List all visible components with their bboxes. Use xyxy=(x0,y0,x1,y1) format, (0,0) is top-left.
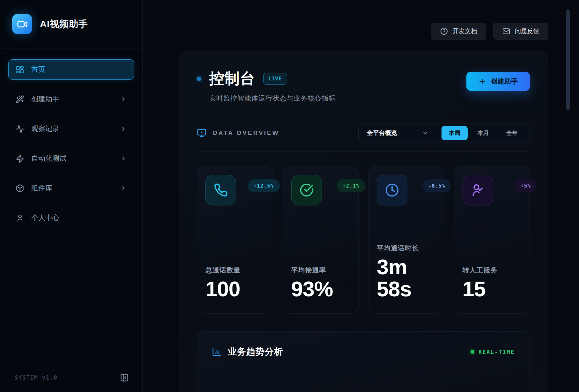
help-circle-icon xyxy=(440,27,448,35)
realtime-status: REAL-TIME xyxy=(471,349,515,355)
platform-select-value: 全平台概览 xyxy=(367,129,397,137)
range-tabs: 本周 本月 全年 xyxy=(437,126,530,140)
stat-icon-tile xyxy=(377,175,407,205)
chevron-right-icon xyxy=(120,185,127,191)
chevron-right-icon xyxy=(120,96,127,102)
stat-card-human-transfer: +5% 转人工服务 15 xyxy=(454,166,530,314)
dev-docs-button[interactable]: 开发文档 xyxy=(431,23,486,40)
chevron-right-icon xyxy=(120,126,127,132)
stat-label: 转人工服务 xyxy=(463,266,522,275)
console-panel: 控制台 LIVE 实时监控智能体运行状态与业务核心指标 创建助手 DATA OV… xyxy=(179,51,548,392)
status-dot xyxy=(197,77,201,81)
zap-icon xyxy=(16,154,24,163)
trend-analysis-card: 业务趋势分析 REAL-TIME xyxy=(197,331,530,392)
app-title: AI视频助手 xyxy=(40,18,88,31)
filter-box: 全平台概览 本周 本月 全年 xyxy=(358,123,530,143)
sidebar-item-label: 观察记录 xyxy=(31,124,59,134)
sidebar-item-observe-records[interactable]: 观察记录 xyxy=(8,119,134,139)
create-assistant-label: 创建助手 xyxy=(491,77,518,86)
realtime-label: REAL-TIME xyxy=(479,349,515,355)
console-subtitle: 实时监控智能体运行状态与业务核心指标 xyxy=(209,94,530,103)
top-actions: 开发文档 问题反馈 xyxy=(431,23,548,40)
sidebar-nav: 首页 创建助手 观察记录 自动化测试 xyxy=(0,48,142,228)
trend-title: 业务趋势分析 xyxy=(228,346,283,358)
stat-card-total-calls: +12.5% 总通话数量 100 xyxy=(197,166,273,314)
delta-badge: +12.5% xyxy=(248,179,280,192)
stat-value: 3m 58s xyxy=(377,256,436,300)
plus-icon xyxy=(479,78,486,85)
delta-badge: -0.5% xyxy=(422,179,451,192)
delta-badge: +5% xyxy=(515,179,537,192)
data-overview-row: DATA OVERVIEW 全平台概览 本周 本月 全年 xyxy=(197,123,530,143)
live-badge: LIVE xyxy=(263,73,287,85)
video-camera-icon xyxy=(17,19,28,30)
stat-icon-tile xyxy=(463,175,493,205)
phone-icon xyxy=(214,183,228,197)
chevron-right-icon xyxy=(120,155,127,162)
sidebar-item-create-assistant[interactable]: 创建助手 xyxy=(8,89,134,109)
clock-icon xyxy=(385,183,399,197)
mail-icon xyxy=(502,27,510,35)
tab-full-year[interactable]: 全年 xyxy=(499,126,525,140)
tab-this-week[interactable]: 本周 xyxy=(442,126,468,140)
stat-value: 15 xyxy=(463,278,522,300)
tab-this-month[interactable]: 本月 xyxy=(470,126,496,140)
section-label: DATA OVERVIEW xyxy=(213,129,279,137)
bar-chart-icon xyxy=(212,347,222,357)
dashboard-icon xyxy=(16,65,24,74)
stat-card-answer-rate: +2.1% 平均接通率 93% xyxy=(283,166,359,314)
feedback-label: 问题反馈 xyxy=(515,27,539,35)
cube-icon xyxy=(16,184,24,193)
collapse-sidebar-button[interactable] xyxy=(120,373,129,382)
sidebar-item-label: 组件库 xyxy=(31,183,52,193)
sidebar-item-component-library[interactable]: 组件库 xyxy=(8,178,134,198)
panel-collapse-icon xyxy=(120,373,129,382)
stat-label: 平均接通率 xyxy=(291,266,350,275)
app-logo xyxy=(12,14,32,34)
delta-badge: +2.1% xyxy=(337,179,365,192)
sidebar-item-profile[interactable]: 个人中心 xyxy=(8,208,134,228)
stat-value: 93% xyxy=(291,278,350,300)
user-icon xyxy=(16,214,24,222)
user-check-icon xyxy=(471,183,485,197)
dev-docs-label: 开发文档 xyxy=(453,27,477,35)
sidebar-item-home[interactable]: 首页 xyxy=(8,59,134,80)
create-assistant-button[interactable]: 创建助手 xyxy=(466,72,530,91)
chevron-down-icon xyxy=(422,130,428,136)
sidebar-footer: SYSTEM v1.0 xyxy=(0,363,142,392)
wand-icon xyxy=(16,95,24,104)
feedback-button[interactable]: 问题反馈 xyxy=(493,23,548,40)
stat-value: 100 xyxy=(205,278,264,300)
activity-icon xyxy=(16,125,24,133)
sidebar: AI视频助手 首页 创建助手 观察记录 xyxy=(0,0,143,392)
section-divider xyxy=(197,151,530,152)
stat-card-avg-duration: -0.5% 平均通话时长 3m 58s xyxy=(368,166,444,314)
check-circle-icon xyxy=(300,183,314,197)
sidebar-item-automation-test[interactable]: 自动化测试 xyxy=(8,148,134,169)
sidebar-item-label: 自动化测试 xyxy=(31,154,66,163)
system-version: SYSTEM v1.0 xyxy=(15,374,58,381)
sidebar-item-label: 创建助手 xyxy=(31,94,59,104)
stat-label: 总通话数量 xyxy=(205,266,264,275)
sidebar-header: AI视频助手 xyxy=(0,0,142,48)
green-status-dot xyxy=(471,350,474,354)
sidebar-item-label: 个人中心 xyxy=(31,213,59,223)
scrollbar-thumb[interactable] xyxy=(566,10,570,110)
console-header: 控制台 LIVE 实时监控智能体运行状态与业务核心指标 创建助手 xyxy=(197,69,530,103)
sidebar-item-label: 首页 xyxy=(31,65,45,74)
platform-select[interactable]: 全平台概览 xyxy=(359,129,437,137)
stats-grid: +12.5% 总通话数量 100 +2.1% 平均接通率 93% -0.5% 平… xyxy=(197,166,530,314)
stat-icon-tile xyxy=(291,175,322,205)
monitor-play-icon xyxy=(197,128,206,138)
stat-label: 平均通话时长 xyxy=(377,244,436,253)
page-title: 控制台 xyxy=(209,69,255,89)
stat-icon-tile xyxy=(205,175,236,205)
